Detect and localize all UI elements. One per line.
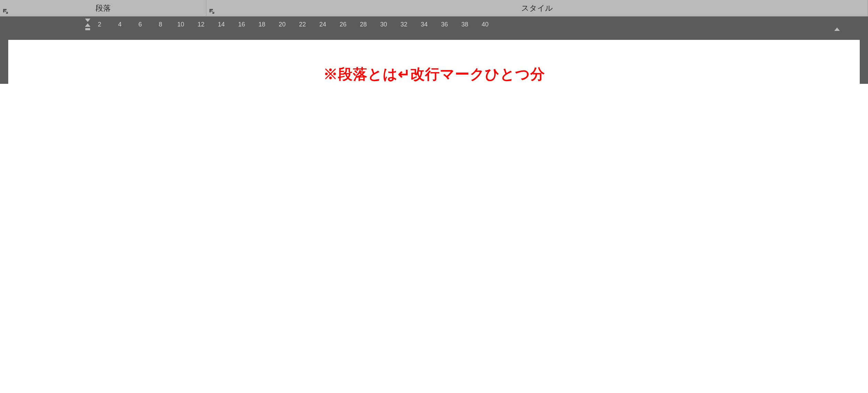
ruler-tick: 26: [333, 21, 353, 28]
ruler-tick: 4: [110, 21, 130, 28]
right-indent-marker-icon[interactable]: [834, 27, 840, 31]
ruler-tick: 10: [171, 21, 191, 28]
ruler-tick: 20: [272, 21, 292, 28]
ruler-tick: 38: [455, 21, 475, 28]
ruler-numbers: 2 4 6 8 10 12 14 16 18 20 22 24 26 28 30…: [89, 16, 868, 32]
ruler-tick: 14: [211, 21, 231, 28]
ribbon-group-label: スタイル: [521, 3, 553, 13]
ruler-tick: 16: [231, 21, 252, 28]
ruler-tick: 32: [394, 21, 414, 28]
ruler-tick: 22: [292, 21, 313, 28]
ruler-tick: 28: [353, 21, 373, 28]
ruler-tick: 36: [434, 21, 455, 28]
ruler-tick: 8: [150, 21, 171, 28]
ruler-tick: 18: [252, 21, 272, 28]
horizontal-ruler[interactable]: 2 4 6 8 10 12 14 16 18 20 22 24 26 28 30…: [0, 16, 868, 32]
ribbon-group-paragraph: 段落: [0, 0, 206, 16]
annotation-title: ※段落とは↵改行マークひとつ分: [8, 65, 860, 84]
ruler-tick: 24: [313, 21, 333, 28]
dialog-launcher-icon[interactable]: [2, 8, 9, 15]
ribbon-group-style: スタイル: [206, 0, 868, 16]
ruler-tick: 2: [89, 21, 110, 28]
ruler-tick: 34: [414, 21, 434, 28]
document-viewport: ※段落とは↵改行マークひとつ分 これは 段落は ３つ 段落 段落 段落 ああああ…: [0, 32, 868, 84]
ruler-tick: 12: [191, 21, 211, 28]
ribbon-group-label: 段落: [96, 3, 111, 13]
ruler-tick: 30: [373, 21, 394, 28]
document-page[interactable]: ※段落とは↵改行マークひとつ分 これは 段落は ３つ 段落 段落 段落 ああああ…: [8, 40, 860, 84]
dialog-launcher-icon[interactable]: [208, 8, 215, 15]
ruler-tick: 6: [130, 21, 150, 28]
ribbon-bar: 段落 スタイル: [0, 0, 868, 16]
ruler-tick: 40: [475, 21, 495, 28]
